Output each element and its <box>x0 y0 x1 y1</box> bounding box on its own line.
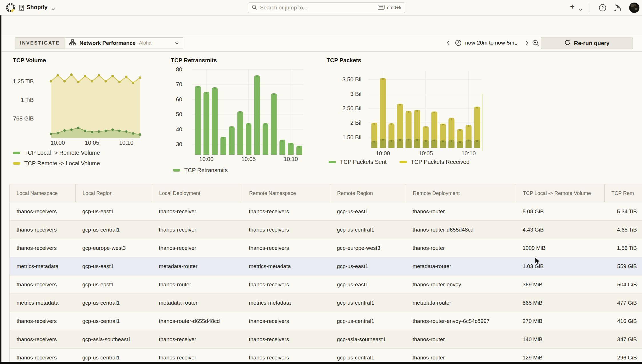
table-body: thanos-receiversgcp-us-east1thanos-recei… <box>10 202 642 364</box>
legend-label: TCP Retransmits <box>184 167 228 174</box>
table-cell: thanos-receiver <box>152 221 242 239</box>
time-prev-chevron-left-icon[interactable] <box>447 40 450 47</box>
table-cell: gcp-us-central1 <box>330 312 406 330</box>
column-header-remote-region[interactable]: Remote Region <box>330 184 406 202</box>
table-row[interactable]: metrics-metadatagcp-us-east1metadata-rou… <box>10 257 642 275</box>
signal-broadcast-icon[interactable] <box>614 4 622 13</box>
column-header-tcp-local-remote-volume[interactable]: TCP Local -> Remote Volume <box>516 184 604 202</box>
table-cell: thanos-receivers <box>10 330 75 348</box>
help-icon[interactable]: ? <box>599 4 607 13</box>
table-cell: thanos-receivers <box>10 312 75 330</box>
table-cell: 1.03 GiB <box>516 257 604 275</box>
search-icon <box>252 5 257 11</box>
table-cell: metadata-router <box>152 294 242 312</box>
search-shortcut: cmd+k <box>387 5 401 11</box>
tcp-packets-chart[interactable]: 3.50 Bil3 Bil2.50 Bil2 Bil1.50 Bil10:001… <box>323 65 490 166</box>
svg-text:10:10: 10:10 <box>119 140 133 146</box>
table-row[interactable]: thanos-receiversgcp-us-central1thanos-re… <box>10 221 642 239</box>
global-search-input[interactable]: Search or jump to... cmd+k <box>248 2 405 13</box>
refresh-icon <box>564 39 571 47</box>
clock-icon <box>455 39 462 47</box>
legend-label: TCP Local -> Remote Volume <box>24 150 100 156</box>
tcp-volume-chart[interactable]: 1.25 TiB1 TiB768 GiB10:0010:0510:10 <box>9 65 165 151</box>
hierarchy-icon <box>69 39 76 47</box>
table-cell: 369 MiB <box>516 275 604 293</box>
user-avatar[interactable] <box>629 3 639 13</box>
table-cell: thanos-router <box>406 330 516 348</box>
table-cell: 865 MiB <box>516 294 604 312</box>
svg-text:80: 80 <box>176 66 182 73</box>
table-cell: 4.43 GiB <box>516 221 604 239</box>
column-header-local-region[interactable]: Local Region <box>75 184 152 202</box>
table-row[interactable]: thanos-receiversgcp-us-central1thanos-ro… <box>10 312 642 330</box>
tcp-retransmits-chart[interactable]: 80706050403010:0010:0510:10 <box>169 65 326 165</box>
org-name: Shopify <box>27 4 47 11</box>
legend-item[interactable]: TCP Packets Received <box>399 159 469 165</box>
svg-text:10:00: 10:00 <box>51 140 65 146</box>
svg-text:40: 40 <box>176 126 182 132</box>
column-header-local-namespace[interactable]: Local Namespace <box>10 184 75 202</box>
legend-item[interactable]: TCP Retransmits <box>173 167 228 174</box>
table-cell: 559 GiB <box>604 257 642 275</box>
table-cell: metadata-router <box>406 257 516 275</box>
legend-item[interactable]: TCP Packets Sent <box>329 159 387 165</box>
add-chevron-down-icon[interactable] <box>579 7 582 12</box>
table-cell: metadata-router <box>406 294 516 312</box>
column-header-remote-namespace[interactable]: Remote Namespace <box>242 184 330 202</box>
table-cell: gcp-asia-southeast1 <box>330 330 406 348</box>
table-cell: thanos-router-envoy-6c54c8997 <box>406 312 516 330</box>
table-cell: metrics-metadata <box>10 294 75 312</box>
time-next-chevron-right-icon[interactable] <box>525 40 529 47</box>
table-cell: thanos-receivers <box>10 202 75 220</box>
legend-item[interactable]: TCP Local -> Remote Volume <box>13 150 100 156</box>
svg-text:768 GiB: 768 GiB <box>13 115 34 122</box>
table-cell: gcp-us-east1 <box>75 275 152 293</box>
table-cell: thanos-receivers <box>242 221 330 239</box>
column-header-remote-deployment[interactable]: Remote Deployment <box>406 184 516 202</box>
table-row[interactable]: metrics-metadatagcp-us-central1metadata-… <box>10 294 642 312</box>
chart-title-tcp-packets: TCP Packets <box>327 57 361 64</box>
building-icon <box>19 5 25 12</box>
legend-swatch <box>13 152 20 154</box>
chronosphere-logo-icon[interactable] <box>6 3 15 14</box>
svg-text:10:00: 10:00 <box>199 156 213 162</box>
table-cell: gcp-us-east1 <box>330 257 406 275</box>
table-cell: 140 MiB <box>516 330 604 348</box>
legend-label: TCP Packets Received <box>411 159 469 165</box>
table-row[interactable]: thanos-receiversgcp-us-east1thanos-recei… <box>10 202 642 221</box>
time-chevron-down-icon[interactable] <box>514 42 518 47</box>
legend-label: TCP Remote -> Local Volume <box>24 160 100 167</box>
add-button[interactable]: + <box>570 2 575 11</box>
table-cell: 5.34 TiB <box>604 202 642 220</box>
svg-text:30: 30 <box>176 141 182 147</box>
svg-text:10:10: 10:10 <box>284 156 298 162</box>
table-cell: thanos-receivers <box>242 275 330 293</box>
video-letterbox <box>0 362 642 364</box>
table-cell: 504 GiB <box>604 275 642 293</box>
org-chevron-down-icon[interactable] <box>51 7 55 12</box>
svg-text:10:05: 10:05 <box>85 140 99 146</box>
tcp-volume-legend: TCP Local -> Remote VolumeTCP Remote -> … <box>13 150 100 167</box>
svg-text:10:10: 10:10 <box>461 150 476 156</box>
column-header-tcp-rem[interactable]: TCP Rem <box>604 184 642 202</box>
table-cell: metrics-metadata <box>10 257 75 275</box>
table-cell: thanos-receivers <box>10 275 75 293</box>
rerun-query-button[interactable]: Re-run query <box>541 37 633 49</box>
top-bar: Shopify Search or jump to... cmd+k + ? <box>0 0 642 16</box>
svg-text:?: ? <box>601 5 604 10</box>
table-row[interactable]: thanos-receiversgcp-europe-west3thanos-r… <box>10 239 642 257</box>
legend-item[interactable]: TCP Remote -> Local Volume <box>13 160 100 167</box>
table-cell: gcp-us-east1 <box>75 257 152 275</box>
tcp-retransmits-legend: TCP Retransmits <box>173 167 228 174</box>
column-header-local-deployment[interactable]: Local Deployment <box>152 184 242 202</box>
time-range-label[interactable]: now-20m to now-5m <box>465 40 514 46</box>
table-row[interactable]: thanos-receiversgcp-asia-southeast1thano… <box>10 330 642 349</box>
zoom-out-icon[interactable] <box>532 39 539 48</box>
table-cell: 477 GiB <box>604 294 642 312</box>
view-dropdown[interactable]: Network Performance Alpha <box>65 37 183 49</box>
table-row[interactable]: thanos-receiversgcp-us-east1thanos-route… <box>10 275 642 294</box>
table-cell: gcp-us-central1 <box>75 312 152 330</box>
svg-text:1.25 TiB: 1.25 TiB <box>13 78 34 85</box>
investigate-mode-chip: INVESTIGATE <box>15 37 65 49</box>
table-header-row: Local NamespaceLocal RegionLocal Deploym… <box>10 184 642 202</box>
